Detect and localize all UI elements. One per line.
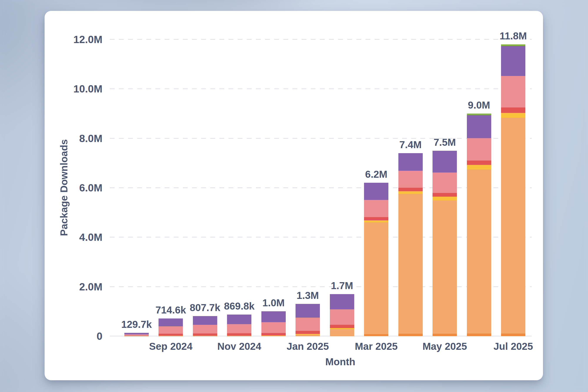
bar-segment-orange xyxy=(364,222,388,334)
bar-segment-red xyxy=(501,108,525,113)
bar-segment-pink xyxy=(364,200,388,217)
bar-segment-pink xyxy=(261,322,286,333)
x-tick-label: May 2025 xyxy=(423,340,467,352)
bar-segment-red xyxy=(158,334,183,336)
x-tick-label: Nov 2024 xyxy=(217,340,261,352)
bar-segment-purple xyxy=(467,115,491,138)
bar-segment-dark-orange xyxy=(467,334,491,336)
x-tick-label: Jul 2025 xyxy=(493,340,533,352)
bar-segment-dark-orange xyxy=(501,334,525,336)
bar-segment-purple xyxy=(158,318,183,326)
bar-segment-orange xyxy=(433,200,457,334)
y-tick-label: 12.0M xyxy=(73,34,102,46)
bar-segment-dark-orange xyxy=(398,334,423,336)
bar-segment-pink xyxy=(501,76,525,107)
bar-group: 129.7k xyxy=(119,39,154,336)
bar xyxy=(467,114,491,336)
y-tick-label: 8.0M xyxy=(79,132,102,144)
bar-group: 7.4M xyxy=(393,39,428,336)
bar-segment-purple xyxy=(501,46,525,76)
bar xyxy=(398,153,423,336)
bar xyxy=(330,294,354,336)
bar-total-label: 7.4M xyxy=(400,139,422,150)
bar-segment-purple xyxy=(433,151,457,172)
bar-group: 1.3MJan 2025 xyxy=(291,39,325,336)
bar-segment-red xyxy=(227,333,251,336)
bar-segment-green xyxy=(467,114,491,115)
bar xyxy=(433,151,457,336)
y-tick-label: 10.0M xyxy=(73,83,102,95)
bar-group: 869.8kNov 2024 xyxy=(222,39,257,336)
bar-segment-purple xyxy=(398,153,423,171)
bar-segment-purple xyxy=(364,183,388,200)
bar xyxy=(296,304,320,336)
bar-segment-red xyxy=(398,188,423,191)
bar-total-label: 11.8M xyxy=(500,30,527,42)
bar-group: 1.0M xyxy=(256,39,291,336)
bar-total-label: 807.7k xyxy=(190,302,220,314)
bar-segment-purple xyxy=(193,316,217,325)
y-axis-title: Package Downloads xyxy=(58,39,70,336)
bar-total-label: 1.3M xyxy=(297,290,319,301)
bar-segment-orange xyxy=(398,194,423,334)
bar-group: 807.7k xyxy=(188,39,222,336)
bar-segment-pink xyxy=(296,318,320,331)
y-tick-label: 6.0M xyxy=(79,182,102,194)
x-tick-label: Mar 2025 xyxy=(355,340,398,352)
bar-segment-pink xyxy=(433,172,457,193)
bar-total-label: 869.8k xyxy=(224,300,255,312)
bar-group: 6.2MMar 2025 xyxy=(359,39,394,336)
bar-segment-green xyxy=(501,44,525,46)
bar-total-label: 6.2M xyxy=(365,168,387,180)
bar xyxy=(124,333,149,336)
bar-segment-yellow xyxy=(398,191,423,194)
bar-segment-red xyxy=(330,325,354,328)
bar-segment-orange xyxy=(330,329,354,336)
bar-segment-purple xyxy=(227,314,251,324)
bar-group: 7.5MMay 2025 xyxy=(428,39,462,336)
bar-segment-red xyxy=(193,334,217,336)
chart-card: Package Downloads 129.7k714.6kSep 202480… xyxy=(44,11,543,380)
bar-segment-dark-orange xyxy=(364,334,388,336)
bar-segment-red xyxy=(433,193,457,197)
bar-segment-purple xyxy=(296,304,320,318)
bar-group: 714.6kSep 2024 xyxy=(154,39,188,336)
bar-total-label: 7.5M xyxy=(434,136,456,148)
bar-group: 1.7M xyxy=(325,39,359,336)
bar-segment-purple xyxy=(330,294,354,309)
bar-segment-red xyxy=(296,331,320,334)
bar-segment-yellow xyxy=(364,220,388,222)
bar-segment-red xyxy=(261,333,286,336)
bar-segment-pink xyxy=(398,171,423,188)
bar-segment-pink xyxy=(158,326,183,334)
bar-segment-pink xyxy=(330,309,354,324)
y-tick-label: 2.0M xyxy=(79,280,102,292)
bar xyxy=(501,44,525,336)
bar-total-label: 9.0M xyxy=(468,99,490,111)
bar-segment-yellow xyxy=(433,197,457,200)
bar-segment-purple xyxy=(261,311,286,322)
bar xyxy=(158,318,183,336)
bar-segment-orange xyxy=(467,170,491,334)
x-tick-label: Sep 2024 xyxy=(149,340,192,352)
bar-segment-pink xyxy=(467,138,491,160)
bar-segment-red xyxy=(467,160,491,165)
bar-segment-yellow xyxy=(501,113,525,118)
bar-group: 11.8MJul 2025 xyxy=(496,39,531,336)
bar-segment-orange xyxy=(501,118,525,333)
y-tick-label: 4.0M xyxy=(79,231,102,243)
plot-area: 129.7k714.6kSep 2024807.7k869.8kNov 2024… xyxy=(110,39,532,336)
y-tick-label: 0 xyxy=(96,330,102,342)
bar-total-label: 129.7k xyxy=(121,318,152,330)
bar xyxy=(261,311,286,336)
bar xyxy=(227,314,251,336)
bar-segment-red xyxy=(364,217,388,220)
bar-segment-pink xyxy=(193,325,217,334)
bar-total-label: 1.0M xyxy=(262,297,285,309)
x-tick-label: Jan 2025 xyxy=(287,340,329,352)
x-axis-title: Month xyxy=(129,356,551,368)
bar xyxy=(364,183,388,336)
bar-total-label: 714.6k xyxy=(155,304,186,316)
bar-group: 9.0M xyxy=(462,39,496,336)
bars: 129.7k714.6kSep 2024807.7k869.8kNov 2024… xyxy=(119,39,530,336)
